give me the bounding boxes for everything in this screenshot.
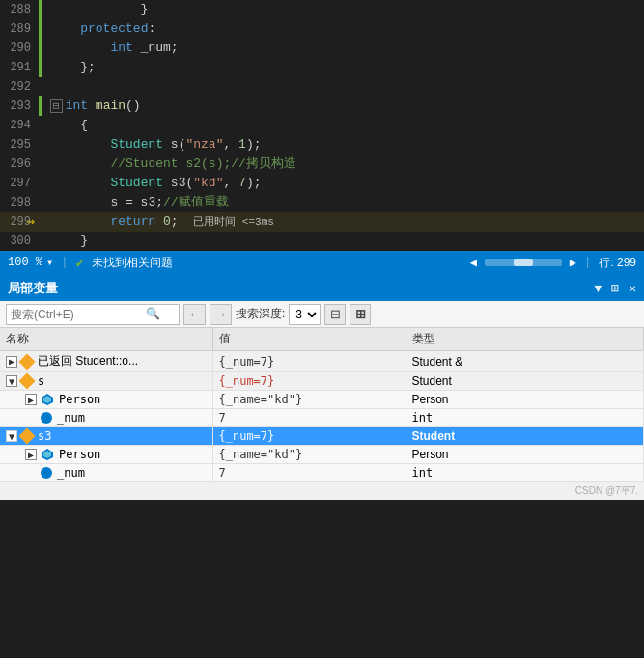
depth-select[interactable]: 3 1 2 4 5 [289, 304, 321, 325]
line-number-292: 292 [0, 77, 39, 96]
expand-button[interactable]: ▶ [6, 356, 17, 368]
search-box[interactable]: 🔍 [6, 304, 180, 325]
table-row[interactable]: ▶ Person {_name="kd"} Person [0, 446, 644, 464]
expand-button[interactable]: ▶ [25, 449, 37, 460]
code-text-288: } [42, 0, 644, 19]
row-name: 已返回 Student::o... [38, 353, 138, 370]
scroll-left-arrow[interactable]: ◀ [470, 256, 477, 270]
watermark: CSDN @7平7. [0, 482, 644, 500]
diamond-icon [19, 428, 36, 445]
separator-2: | [584, 256, 591, 269]
code-text-296: //Student s2(s);//拷贝构造 [42, 154, 644, 174]
code-line-298: 298 s = s3;//赋值重载 [0, 193, 644, 212]
scroll-thumb [514, 259, 533, 266]
row-name: _num [57, 466, 85, 480]
line-number-290: 290 [0, 39, 39, 58]
row-value: {_num=7} [212, 372, 406, 391]
line-number-296: 296 [0, 154, 39, 174]
table-row[interactable]: _num 7 int [0, 464, 644, 482]
status-bar: 100 % ▾ | ✔ 未找到相关问题 ◀ ▶ | 行: 299 [0, 251, 644, 274]
filter-button[interactable]: ⊟ [324, 304, 346, 325]
line-number-297: 297 [0, 174, 39, 193]
expand-button[interactable]: ▼ [6, 430, 17, 442]
person-icon [41, 448, 54, 461]
code-text-299: return 0; 已用时间 <=3ms [42, 212, 644, 232]
row-value: 7 [212, 409, 406, 427]
locals-title: 局部变量 [8, 280, 595, 297]
code-text-300: } [42, 232, 644, 251]
row-value: {_num=7} [212, 427, 406, 446]
diamond-icon [19, 353, 36, 370]
column-type[interactable]: 类型 [406, 328, 644, 351]
zoom-control[interactable]: 100 % ▾ [8, 256, 53, 270]
code-text-293: ⊟int main() [42, 96, 644, 116]
column-value[interactable]: 值 [212, 328, 406, 351]
row-type: Student [406, 372, 644, 391]
row-name-cell: _num [0, 409, 212, 427]
table-row[interactable]: ▶ Person {_name="kd"} Person [0, 391, 644, 409]
code-text-291: }; [42, 58, 644, 77]
row-name: _num [57, 411, 85, 425]
code-text-295: Student s("nza", 1); [42, 135, 644, 154]
search-back-button[interactable]: ← [183, 304, 206, 325]
code-text-289: protected: [42, 19, 644, 39]
line-number-300: 300 [0, 232, 39, 251]
table-row[interactable]: ▶ 已返回 Student::o... {_num=7} Student & [0, 351, 644, 372]
code-line-300: 300 } [0, 232, 644, 251]
code-text-290: int _num; [42, 39, 644, 58]
row-name-cell: ▼ s3 [0, 427, 212, 446]
row-name-cell: ▶ Person [0, 446, 212, 464]
search-forward-button[interactable]: → [210, 304, 232, 325]
dock-icon[interactable]: ⊞ [611, 281, 619, 296]
line-info: 行: 299 [599, 255, 636, 271]
code-line-294: 294 { [0, 116, 644, 135]
line-number-294: 294 [0, 116, 39, 135]
code-line-292: 292 [0, 77, 644, 96]
row-name: s3 [38, 429, 51, 443]
scroll-right-arrow[interactable]: ▶ [570, 256, 576, 270]
table-row[interactable]: ▼ s {_num=7} Student [0, 372, 644, 391]
table-row[interactable]: _num 7 int [0, 409, 644, 427]
row-type: Person [406, 391, 644, 409]
row-value: {_name="kd"} [212, 391, 406, 409]
expand-button[interactable]: ▼ [6, 375, 17, 387]
columns-button[interactable]: ⊞ [350, 304, 371, 325]
code-line-291: 291 }; [0, 58, 644, 77]
row-value: {_num=7} [212, 351, 406, 372]
check-icon: ✔ [75, 255, 83, 271]
code-line-290: 290 int _num; [0, 39, 644, 58]
pin-icon[interactable]: ▼ [595, 282, 602, 296]
depth-label: 搜索深度: [236, 306, 285, 322]
code-line-297: 297 Student s3("kd", 7); [0, 174, 644, 193]
circle-icon [41, 412, 52, 424]
expand-button[interactable]: ▶ [25, 394, 37, 405]
zoom-dropdown-arrow[interactable]: ▾ [46, 256, 53, 270]
column-name[interactable]: 名称 [0, 328, 212, 351]
search-input[interactable] [11, 308, 146, 321]
row-type: Student [406, 427, 644, 446]
line-number-295: 295 [0, 135, 39, 154]
row-value: {_name="kd"} [212, 446, 406, 464]
diamond-icon [19, 373, 36, 390]
row-name-cell: ▶ Person [0, 391, 212, 409]
line-number-299: 299 [0, 212, 39, 232]
row-value: 7 [212, 464, 406, 482]
row-type: Person [406, 446, 644, 464]
status-message: 未找到相关问题 [92, 255, 173, 271]
person-icon [41, 393, 54, 406]
code-text-297: Student s3("kd", 7); [42, 174, 644, 193]
table-row[interactable]: ▼ s3 {_num=7} Student [0, 427, 644, 446]
code-line-296: 296 //Student s2(s);//拷贝构造 [0, 154, 644, 174]
line-number-288: 288 [0, 0, 39, 19]
change-indicator-292 [39, 77, 42, 96]
locals-header: 局部变量 ▼ ⊞ ✕ [0, 276, 644, 301]
row-name: Person [59, 448, 100, 461]
scroll-track[interactable] [485, 259, 562, 266]
close-icon[interactable]: ✕ [629, 281, 636, 296]
row-name-cell: ▼ s [0, 372, 212, 391]
code-line-288: 288 } [0, 0, 644, 19]
row-type: int [406, 464, 644, 482]
code-text-298: s = s3;//赋值重载 [42, 193, 644, 212]
locals-header-icons: ▼ ⊞ ✕ [595, 281, 636, 296]
circle-icon [41, 467, 52, 479]
